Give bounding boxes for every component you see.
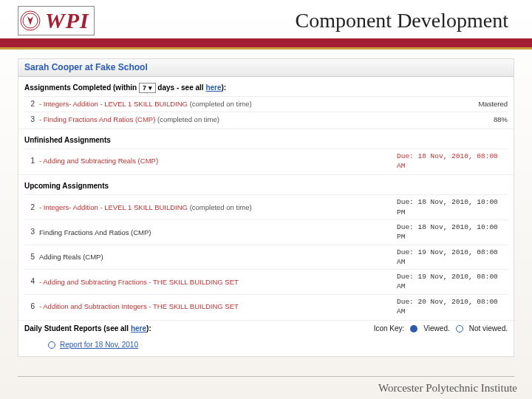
row-number: 3	[24, 115, 35, 125]
assignment-due: Due: 18 Nov, 2010, 10:00 PM	[397, 197, 508, 217]
completed-row: 2 - Integers- Addition - LEVEL 1 SKILL B…	[24, 96, 508, 112]
upcoming-title: Upcoming Assignments	[24, 178, 508, 194]
assignment-name[interactable]: - Adding and Subtracting Reals (CMP)	[39, 156, 392, 166]
upcoming-row: 3 Finding Fractions And Ratios (CMP) Due…	[24, 219, 508, 245]
reports-label-prefix: Daily Student Reports (see all	[24, 324, 129, 332]
unfinished-row: 1 - Adding and Subtracting Reals (CMP) D…	[24, 149, 508, 174]
completed-row: 3 - Finding Fractions And Ratios (CMP) (…	[24, 112, 508, 127]
daily-reports-header: Daily Student Reports (see all here): Ic…	[18, 321, 514, 337]
wpi-logo: WPI	[18, 6, 95, 35]
completed-see-all-link[interactable]: here	[205, 83, 221, 92]
assignment-due: Due: 19 Nov, 2010, 08:00 AM	[397, 248, 508, 267]
footer-rule	[18, 376, 514, 377]
assignment-due: Due: 20 Nov, 2010, 08:00 AM	[397, 297, 508, 317]
viewed-label: Viewed.	[423, 324, 449, 334]
assignment-name[interactable]: - Finding Fractions And Ratios (CMP) (co…	[39, 115, 392, 124]
accent-band-red	[0, 38, 532, 47]
assignment-name[interactable]: - Addition and Subtraction Integers - TH…	[39, 301, 392, 311]
assignment-score: Mastered	[397, 99, 508, 109]
row-number: 6	[24, 301, 35, 312]
assignment-name[interactable]: - Integers- Addition - LEVEL 1 SKILL BUI…	[39, 202, 392, 212]
assignment-due: Due: 18 Nov, 2010, 10:00 PM	[397, 222, 508, 242]
reports-label-suffix: ):	[146, 324, 151, 332]
viewed-icon	[410, 325, 417, 332]
wpi-seal-icon	[20, 10, 41, 31]
reports-see-all-link[interactable]: here	[131, 324, 146, 332]
completed-section: Assignments Completed (within 7 ▾ days -…	[18, 77, 514, 129]
assignment-score: 88%	[397, 115, 508, 124]
not-viewed-label: Not viewed.	[469, 324, 508, 334]
row-number: 2	[24, 202, 35, 213]
report-link[interactable]: Report for 18 Nov, 2010	[60, 340, 138, 350]
not-viewed-icon	[456, 325, 463, 332]
days-select[interactable]: 7 ▾	[139, 83, 156, 93]
assignment-name[interactable]: - Integers- Addition - LEVEL 1 SKILL BUI…	[39, 99, 392, 109]
upcoming-section: Upcoming Assignments 2 - Integers- Addit…	[18, 175, 514, 321]
assignment-due: Due: 18 Nov, 2010, 08:00 AM	[397, 151, 508, 171]
completed-label-prefix: Assignments Completed (within	[24, 83, 137, 92]
student-report-panel: Sarah Cooper at Fake School Assignments …	[18, 58, 514, 357]
footer-text: Worcester Polytechnic Institute	[378, 382, 517, 395]
assignment-name[interactable]: - Adding and Subtracting Fractions - THE…	[39, 277, 392, 287]
report-status-icon	[48, 341, 55, 349]
assignment-name[interactable]: Finding Fractions And Ratios (CMP)	[39, 228, 392, 237]
row-number: 2	[24, 99, 35, 109]
completed-label-suffix: ):	[222, 83, 227, 92]
upcoming-row: 4 - Adding and Subtracting Fractions - T…	[24, 269, 508, 294]
slide-title: Component Development	[95, 9, 514, 33]
report-row: Report for 18 Nov, 2010	[18, 337, 514, 356]
upcoming-row: 6 - Addition and Subtraction Integers - …	[24, 294, 508, 319]
row-number: 3	[24, 227, 35, 237]
row-number: 1	[24, 156, 35, 166]
upcoming-row: 5 Adding Reals (CMP) Due: 19 Nov, 2010, …	[24, 245, 508, 270]
unfinished-section: Unfinished Assignments 1 - Adding and Su…	[18, 129, 514, 176]
icon-key-label: Icon Key:	[374, 324, 405, 334]
assignment-due: Due: 19 Nov, 2010, 08:00 AM	[397, 272, 508, 292]
completed-label-mid: days - see all	[157, 83, 203, 92]
logo-text: WPI	[45, 8, 89, 33]
assignment-name[interactable]: Adding Reals (CMP)	[39, 252, 392, 262]
unfinished-title: Unfinished Assignments	[24, 132, 508, 149]
row-number: 4	[24, 276, 35, 287]
upcoming-row: 2 - Integers- Addition - LEVEL 1 SKILL B…	[24, 194, 508, 219]
row-number: 5	[24, 252, 35, 262]
panel-header: Sarah Cooper at Fake School	[18, 59, 514, 77]
